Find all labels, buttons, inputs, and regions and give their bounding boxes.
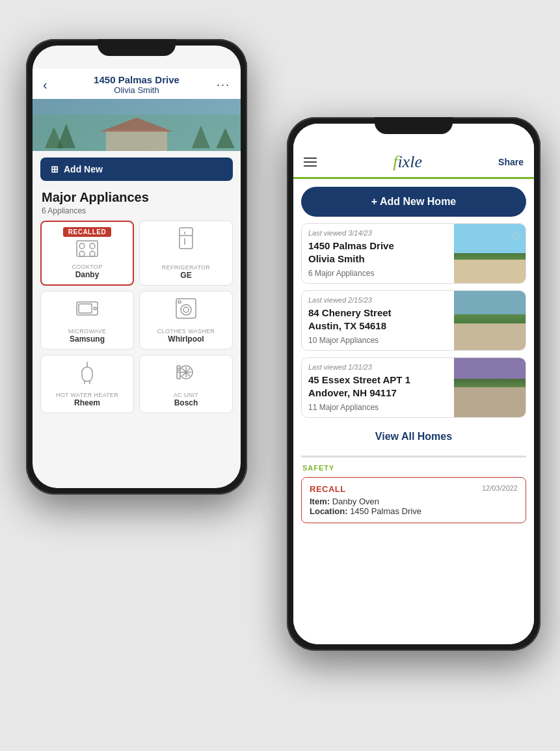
svg-point-10 <box>79 251 85 256</box>
home-card-3-info: Last viewed 1/31/23 45 Essex Street APT … <box>302 358 454 417</box>
heater-type: HOT WATER HEATER <box>56 392 118 398</box>
microwave-icon <box>75 297 99 323</box>
home-card-3-last-viewed: Last viewed 1/31/23 <box>308 363 447 371</box>
notch-front <box>375 117 453 134</box>
recall-item-label: Item: <box>310 497 330 506</box>
home-card-2-address-line2: Austin, TX 54618 <box>308 320 447 333</box>
hamburger-menu-button[interactable] <box>304 157 317 167</box>
cooktop-brand: Danby <box>72 270 103 279</box>
appliance-card-heater[interactable]: HOT WATER HEATER Rheem <box>40 355 134 413</box>
add-new-button[interactable]: ⊞ Add New <box>40 157 233 181</box>
safety-section: SAFETY RECALL 12/03/2022 Item: Danby Ove… <box>301 456 526 530</box>
home-card-2-address-line1: 84 Chenery Street <box>308 307 447 320</box>
recall-location-line: Location: 1450 Palmas Drive <box>310 506 518 516</box>
washer-type: CLOTHES WASHER <box>157 328 215 335</box>
recall-card[interactable]: RECALL 12/03/2022 Item: Danby Oven Locat… <box>301 477 526 523</box>
home-card-1-address-line2: Olivia Smith <box>308 253 447 266</box>
recall-date: 12/03/2022 <box>482 484 518 492</box>
notch-back <box>98 39 176 56</box>
home-card-1-last-viewed: Last viewed 3/14/23 <box>308 229 447 237</box>
safety-label: SAFETY <box>301 464 526 477</box>
svg-rect-17 <box>79 304 92 313</box>
svg-point-8 <box>79 243 85 249</box>
svg-rect-12 <box>180 228 193 249</box>
hero-image <box>33 99 241 151</box>
header-address: 1450 Palmas Drive <box>94 74 180 85</box>
back-phone: ‹ 1450 Palmas Drive Olivia Smith ··· <box>26 39 247 495</box>
home-card-3[interactable]: Last viewed 1/31/23 45 Essex Street APT … <box>301 357 526 418</box>
home-card-3-address-line1: 45 Essex Street APT 1 <box>308 374 447 387</box>
cooktop-type: COOKTOP <box>72 264 103 270</box>
ac-icon <box>174 361 198 387</box>
front-phone: fixle Share + Add New Home Last viewed 3… <box>287 117 540 651</box>
more-options-button[interactable]: ··· <box>217 78 230 92</box>
add-new-home-button[interactable]: + Add New Home <box>301 187 526 217</box>
appliance-card-cooktop[interactable]: RECALLED COOKTOP Danby <box>40 221 134 286</box>
home-card-2[interactable]: Last viewed 2/15/23 84 Chenery Street Au… <box>301 290 526 351</box>
svg-point-9 <box>90 243 95 249</box>
recalled-badge: RECALLED <box>63 227 111 237</box>
home-card-2-image <box>454 291 526 350</box>
home-card-1-address: 1450 Palmas Drive Olivia Smith <box>308 239 447 265</box>
home-card-2-last-viewed: Last viewed 2/15/23 <box>308 296 447 304</box>
ac-type: AC UNIT <box>174 392 198 398</box>
view-all-homes-button[interactable]: View All Homes <box>301 424 526 449</box>
refrigerator-brand: GE <box>162 271 210 280</box>
share-button[interactable]: Share <box>498 157 524 167</box>
header-owner: Olivia Smith <box>94 85 180 95</box>
hamburger-line <box>304 161 317 163</box>
appliance-card-microwave[interactable]: MICROWAVE Samsung <box>40 291 134 349</box>
home-card-3-address-line2: Andover, NH 94117 <box>308 387 447 400</box>
home-card-2-info: Last viewed 2/15/23 84 Chenery Street Au… <box>302 291 454 350</box>
recall-location-value-text: 1450 Palmas Drive <box>350 506 421 516</box>
home-card-3-address: 45 Essex Street APT 1 Andover, NH 94117 <box>308 374 447 399</box>
header-title: 1450 Palmas Drive Olivia Smith <box>94 74 180 95</box>
back-button[interactable]: ‹ <box>43 77 47 92</box>
recall-item-value-text: Danby Oven <box>332 497 379 506</box>
home-card-3-appliances: 11 Major Appliances <box>308 403 447 412</box>
recall-item-line: Item: Danby Oven <box>310 497 518 506</box>
recall-title: RECALL <box>310 484 346 494</box>
home-card-1-appliances: 6 Major Appliances <box>308 269 447 278</box>
ac-brand: Bosch <box>174 398 198 407</box>
home-card-1[interactable]: Last viewed 3/14/23 1450 Palmas Drive Ol… <box>301 223 526 284</box>
svg-point-21 <box>183 307 189 312</box>
heater-brand: Rheem <box>56 398 118 407</box>
svg-point-20 <box>181 305 191 315</box>
svg-rect-5 <box>106 130 167 151</box>
heater-icon <box>75 361 99 387</box>
front-body: + Add New Home Last viewed 3/14/23 1450 … <box>293 179 534 644</box>
fixle-logo: fixle <box>393 152 422 172</box>
add-new-label: Add New <box>64 164 103 174</box>
home-card-2-appliances: 10 Major Appliances <box>308 336 447 345</box>
microwave-type: MICROWAVE <box>68 328 106 335</box>
logo-text: ixle <box>397 152 422 171</box>
svg-point-22 <box>178 301 181 303</box>
washer-brand: Whirlpool <box>157 335 215 344</box>
home-card-1-image: ☆ <box>454 224 526 283</box>
hamburger-line <box>304 165 317 167</box>
home-card-3-image <box>454 358 526 417</box>
appliance-grid: RECALLED COOKTOP Danby <box>33 221 241 413</box>
hamburger-line <box>304 157 317 159</box>
refrigerator-icon <box>174 226 198 253</box>
back-phone-header: ‹ 1450 Palmas Drive Olivia Smith ··· <box>33 69 241 99</box>
refrigerator-type: REFRIGERATOR <box>162 264 210 271</box>
add-icon: ⊞ <box>51 164 59 174</box>
home-card-1-info: Last viewed 3/14/23 1450 Palmas Drive Ol… <box>302 224 454 283</box>
svg-point-11 <box>90 251 95 256</box>
svg-point-18 <box>94 307 96 310</box>
svg-rect-7 <box>77 241 98 256</box>
svg-rect-23 <box>82 367 92 381</box>
section-title: Major Appliances <box>33 187 241 206</box>
front-phone-content: fixle Share + Add New Home Last viewed 3… <box>293 124 534 644</box>
recall-location-label: Location: <box>310 506 348 516</box>
appliance-card-refrigerator[interactable]: REFRIGERATOR GE <box>139 221 233 286</box>
section-subtitle: 6 Appliances <box>33 206 241 221</box>
washer-icon <box>174 297 198 323</box>
appliance-card-ac[interactable]: AC UNIT Bosch <box>139 355 233 413</box>
appliance-card-washer[interactable]: CLOTHES WASHER Whirlpool <box>139 291 233 349</box>
microwave-brand: Samsung <box>68 335 106 344</box>
recall-header: RECALL 12/03/2022 <box>310 484 518 494</box>
favorite-star-icon[interactable]: ☆ <box>510 228 522 243</box>
